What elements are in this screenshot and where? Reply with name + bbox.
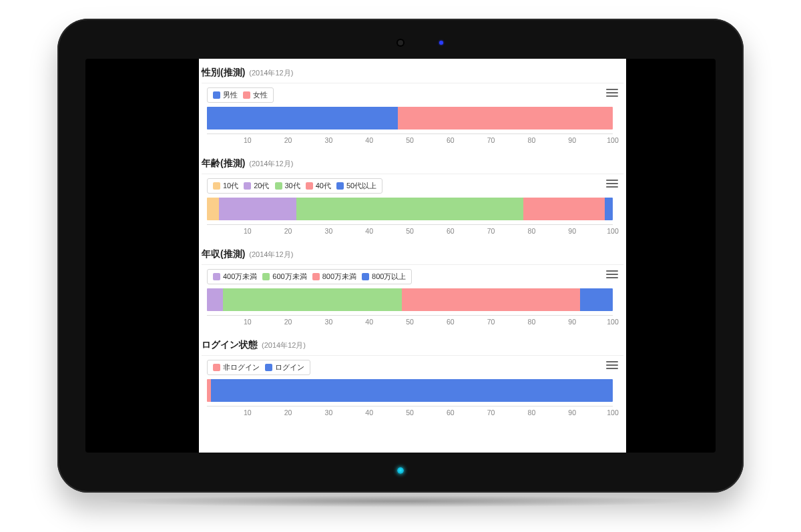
bar-segment (580, 288, 613, 311)
chart-legend: 400万未満 600万未満 800万未満 800万以上 (207, 269, 412, 284)
bar-segment (207, 288, 223, 311)
chart-section-gender: 性別(推測) (2014年12月) 男性 女性 (199, 63, 626, 154)
chart-title-text: 性別(推測) (202, 67, 245, 79)
chart-title-date: (2014年12月) (249, 68, 293, 78)
legend-label: ログイン (275, 362, 304, 372)
legend-item[interactable]: 800万以上 (362, 272, 406, 282)
legend-item[interactable]: 50代以上 (336, 181, 376, 191)
axis-tick: 100 (607, 136, 619, 144)
x-axis: 10 20 30 40 50 60 70 80 90 100 (207, 406, 613, 425)
legend-item[interactable]: 400万未満 (213, 272, 257, 282)
axis-tick: 50 (406, 318, 414, 326)
bar-segment (207, 198, 219, 220)
axis-line (207, 224, 613, 225)
chart-title: ログイン状態 (2014年12月) (202, 338, 623, 355)
chart-plot-area: 10 20 30 40 50 60 70 80 90 100 (207, 379, 619, 425)
axis-tick: 10 (244, 318, 252, 326)
chart-section-age: 年齢(推測) (2014年12月) 10代 20代 30代 40代 50代以上 (199, 154, 626, 244)
axis-tick: 70 (487, 318, 495, 326)
axis-tick: 90 (568, 318, 576, 326)
chart-title-text: ログイン状態 (202, 339, 258, 351)
chart-menu-icon[interactable] (606, 360, 618, 370)
axis-tick: 60 (447, 409, 455, 417)
x-axis: 10 20 30 40 50 60 70 80 90 100 (207, 315, 613, 334)
axis-tick: 40 (365, 318, 373, 326)
axis-tick: 60 (447, 136, 455, 144)
chart-title: 性別(推測) (2014年12月) (202, 65, 623, 83)
axis-line (207, 315, 613, 316)
x-axis: 10 20 30 40 50 60 70 80 90 100 (207, 224, 613, 243)
sensor-dot (439, 41, 443, 45)
legend-item[interactable]: ログイン (265, 362, 304, 372)
axis-tick: 30 (325, 136, 333, 144)
bar-segment (398, 107, 613, 129)
chart-legend: 10代 20代 30代 40代 50代以上 (207, 178, 382, 194)
legend-label: 400万未満 (223, 272, 257, 282)
axis-tick: 50 (406, 136, 414, 144)
legend-item[interactable]: 600万未満 (262, 272, 306, 282)
axis-tick: 100 (607, 227, 619, 235)
legend-item[interactable]: 10代 (213, 181, 238, 191)
chart-section-login: ログイン状態 (2014年12月) 非ログイン ログイン (199, 335, 626, 426)
axis-tick: 40 (365, 409, 373, 417)
chart-section-income: 年収(推測) (2014年12月) 400万未満 600万未満 800万未満 8… (199, 244, 626, 335)
legend-swatch (213, 182, 220, 190)
axis-line (207, 134, 613, 134)
legend-item[interactable]: 30代 (275, 181, 300, 191)
legend-swatch (312, 273, 320, 280)
tablet-frame: 性別(推測) (2014年12月) 男性 女性 (57, 19, 744, 493)
chart-title-date: (2014年12月) (249, 250, 293, 260)
axis-tick: 90 (568, 227, 576, 235)
device-screen: 性別(推測) (2014年12月) 男性 女性 (85, 59, 716, 453)
legend-swatch (213, 91, 220, 99)
chart-title: 年齢(推測) (2014年12月) (202, 156, 623, 174)
stacked-bar (207, 288, 613, 311)
chart-menu-icon[interactable] (606, 269, 618, 280)
legend-label: 非ログイン (223, 362, 260, 372)
bar-segment (223, 288, 402, 311)
legend-label: 600万未満 (272, 272, 306, 282)
bar-segment (219, 198, 296, 220)
legend-item[interactable]: 20代 (244, 181, 269, 191)
legend-label: 50代以上 (346, 181, 376, 191)
legend-swatch (336, 182, 344, 190)
axis-tick: 20 (284, 227, 292, 235)
legend-label: 40代 (316, 181, 331, 191)
axis-tick: 60 (447, 318, 455, 326)
legend-label: 20代 (254, 181, 269, 191)
legend-swatch (306, 182, 313, 190)
bar-segment (523, 198, 605, 220)
bar-segment (296, 198, 523, 220)
bar-segment (605, 198, 613, 220)
bar-segment (211, 379, 613, 402)
chart-title: 年収(推測) (2014年12月) (202, 247, 623, 264)
legend-label: 800万未満 (322, 272, 356, 282)
chart-card: 400万未満 600万未満 800万未満 800万以上 (202, 264, 623, 335)
legend-item[interactable]: 男性 (213, 90, 238, 100)
app-content: 性別(推測) (2014年12月) 男性 女性 (199, 59, 626, 453)
chart-legend: 非ログイン ログイン (207, 360, 310, 375)
stacked-bar (207, 198, 613, 220)
axis-tick: 10 (244, 136, 252, 144)
legend-label: 男性 (223, 90, 238, 100)
axis-line (207, 406, 613, 407)
axis-tick: 30 (325, 318, 333, 326)
legend-item[interactable]: 非ログイン (213, 362, 260, 372)
legend-item[interactable]: 40代 (306, 181, 331, 191)
legend-swatch (262, 273, 270, 280)
legend-item[interactable]: 800万未満 (312, 272, 356, 282)
chart-title-text: 年齢(推測) (202, 158, 245, 170)
axis-tick: 80 (528, 136, 536, 144)
axis-tick: 30 (325, 409, 333, 417)
legend-swatch (244, 182, 251, 190)
chart-menu-icon[interactable] (606, 178, 618, 189)
axis-tick: 80 (528, 409, 536, 417)
chart-menu-icon[interactable] (606, 87, 618, 98)
legend-item[interactable]: 女性 (243, 90, 268, 100)
legend-label: 800万以上 (372, 272, 406, 282)
x-axis: 10 20 30 40 50 60 70 80 90 100 (207, 134, 613, 152)
chart-title-date: (2014年12月) (262, 340, 306, 350)
chart-plot-area: 10 20 30 40 50 60 70 80 90 100 (207, 198, 619, 243)
chart-plot-area: 10 20 30 40 50 60 70 80 90 100 (207, 107, 619, 152)
legend-swatch (213, 273, 220, 280)
